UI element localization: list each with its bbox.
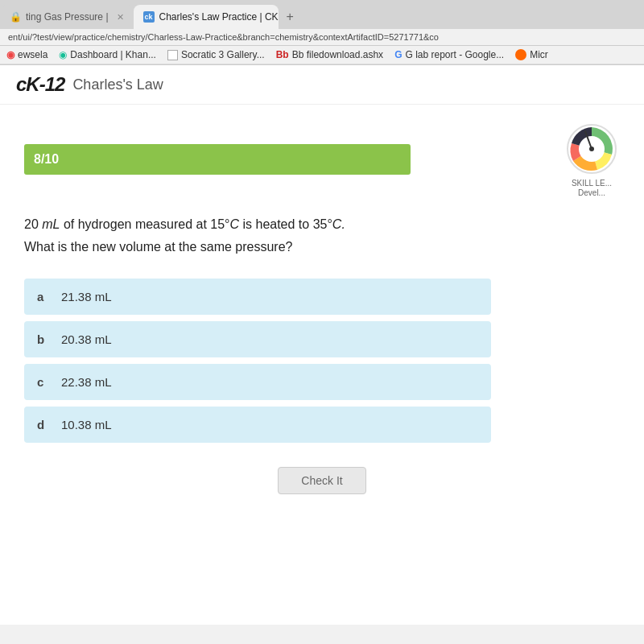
gauge-svg	[564, 121, 620, 177]
answers-list: a 21.38 mL b 20.38 mL c 22.38 mL d 10.38…	[24, 279, 620, 443]
bb-icon: Bb	[276, 49, 289, 60]
bookmark-newsela[interactable]: ◉ ewsela	[6, 49, 47, 60]
answer-text-b: 20.38 mL	[61, 332, 112, 346]
micro-icon	[515, 49, 526, 60]
tab-gas-label: ting Gas Pressure |	[26, 11, 109, 23]
q-heated: is heated to 35°	[239, 217, 332, 231]
page-title: Charles's Law	[72, 76, 163, 93]
answer-text-d: 10.38 mL	[61, 418, 112, 431]
ck12-logo: cK-12	[16, 73, 64, 96]
bookmark-khan[interactable]: ◉ Dashboard | Khan...	[59, 49, 156, 60]
progress-container: 8/10	[24, 121, 620, 198]
answer-option-c[interactable]: c 22.38 mL	[24, 364, 491, 400]
progress-label: 8/10	[34, 152, 59, 167]
answer-option-a[interactable]: a 21.38 mL	[24, 279, 491, 315]
browser-chrome: 🔒 ting Gas Pressure | ✕ ck Charles's Law…	[0, 0, 644, 65]
google-icon: G	[394, 49, 402, 60]
newsela-label: ewsela	[18, 49, 47, 60]
page-content: cK-12 Charles's Law 8/10	[0, 65, 644, 625]
address-bar[interactable]: ent/ui/?test/view/practice/chemistry/Cha…	[0, 29, 644, 46]
progress-current: 8	[34, 152, 41, 166]
answer-text-a: 21.38 mL	[61, 290, 112, 303]
newsela-icon: ◉	[6, 49, 14, 60]
answer-option-b[interactable]: b 20.38 mL	[24, 321, 491, 357]
khan-icon: ◉	[59, 49, 67, 60]
bookmark-socratic[interactable]: Socratic 3 Gallery...	[167, 49, 265, 60]
skill-level-label: SKILL LE...	[572, 179, 612, 188]
skill-meter: SKILL LE... Devel...	[564, 121, 620, 198]
question-line2: What is the new volume at the same press…	[24, 240, 620, 254]
svg-point-3	[589, 147, 594, 151]
new-tab-button[interactable]: +	[279, 5, 302, 29]
ck12-tab-icon: ck	[143, 11, 155, 23]
tab-bar: 🔒 ting Gas Pressure | ✕ ck Charles's Law…	[0, 0, 644, 29]
answer-text-c: 22.38 mL	[61, 375, 112, 389]
socratic-label: Socratic 3 Gallery...	[181, 49, 265, 60]
skill-level-text: SKILL LE... Devel...	[572, 179, 612, 198]
skill-sub-label: Devel...	[572, 188, 612, 198]
page-icon: 🔒	[10, 11, 21, 23]
bookmark-lab-report[interactable]: G G lab report - Google...	[394, 49, 504, 60]
ck12-logo-text: cK-12	[16, 73, 64, 95]
progress-total: 10	[44, 152, 59, 166]
bookmark-filedownload[interactable]: Bb Bb filedownload.ashx	[276, 49, 383, 60]
answer-option-d[interactable]: d 10.38 mL	[24, 407, 491, 443]
gauge-container	[564, 121, 620, 177]
answer-letter-a: a	[37, 290, 50, 303]
filedownload-label: Bb filedownload.ashx	[292, 49, 383, 60]
bookmark-micro[interactable]: Micr	[515, 49, 548, 60]
tab-gas[interactable]: 🔒 ting Gas Pressure | ✕	[0, 5, 134, 29]
khan-label: Dashboard | Khan...	[70, 49, 156, 60]
q-c1: C	[229, 217, 239, 231]
check-button-wrap: Check It	[24, 467, 620, 494]
check-it-button[interactable]: Check It	[278, 467, 365, 494]
q-of: of hydrogen measured at 15°	[60, 217, 229, 231]
answer-letter-b: b	[37, 332, 50, 346]
tab-charles[interactable]: ck Charles's Law Practice | CK-12 Fr ✕	[134, 5, 279, 29]
answer-letter-c: c	[37, 375, 50, 389]
q-amount: 20	[24, 217, 42, 231]
question-line1: 20 mL of hydrogen measured at 15°C is he…	[24, 214, 620, 235]
bookmarks-bar: ◉ ewsela ◉ Dashboard | Khan... Socratic …	[0, 46, 644, 64]
lab-report-label: G lab report - Google...	[405, 49, 504, 60]
progress-bar-wrap: 8/10	[24, 144, 411, 175]
micro-label: Micr	[530, 49, 548, 60]
main-area: 8/10	[0, 105, 644, 510]
progress-bar: 8/10	[24, 144, 411, 175]
answer-letter-d: d	[37, 418, 50, 431]
tab-charles-label: Charles's Law Practice | CK-12 Fr	[159, 11, 279, 23]
q-c2: C.	[332, 217, 345, 231]
tab-gas-close[interactable]: ✕	[117, 12, 124, 23]
q-unit: mL	[42, 217, 60, 231]
socratic-icon	[167, 50, 178, 60]
ck12-header: cK-12 Charles's Law	[0, 65, 644, 105]
